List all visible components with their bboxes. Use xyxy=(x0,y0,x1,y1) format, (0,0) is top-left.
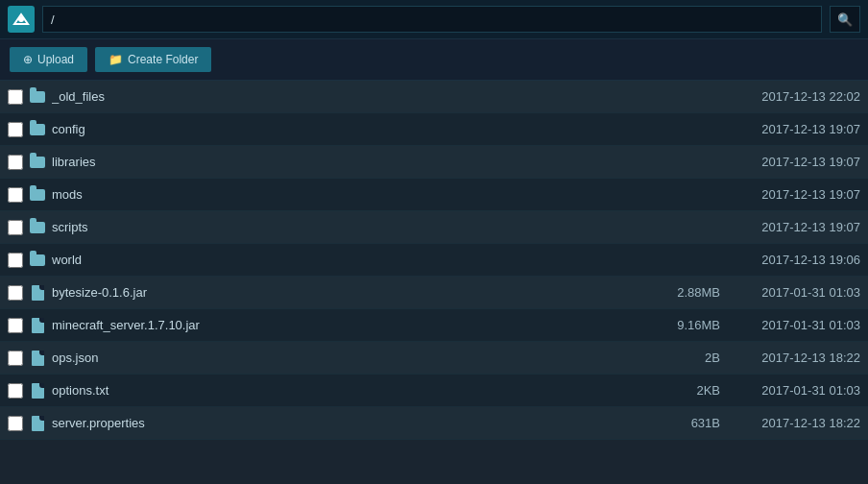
file-date: 2017-12-13 19:07 xyxy=(735,122,860,136)
row-checkbox[interactable] xyxy=(8,351,23,366)
search-icon: 🔍 xyxy=(837,12,853,27)
table-row[interactable]: ops.json 2B 2017-12-13 18:22 xyxy=(0,342,868,375)
file-icon xyxy=(32,318,44,333)
row-checkbox[interactable] xyxy=(8,89,23,105)
create-folder-icon: 📁 xyxy=(108,53,123,66)
file-date: 2017-12-13 19:07 xyxy=(735,155,860,169)
table-row[interactable]: world 2017-12-13 19:06 xyxy=(0,244,868,277)
file-date: 2017-12-13 22:02 xyxy=(735,89,860,104)
svg-point-0 xyxy=(18,16,24,22)
folder-icon xyxy=(30,157,45,168)
row-checkbox[interactable] xyxy=(8,155,23,170)
table-row[interactable]: minecraft_server.1.7.10.jar 9.16MB 2017-… xyxy=(0,309,868,342)
file-name: bytesize-0.1.6.jar xyxy=(52,285,643,300)
file-date: 2017-01-31 01:03 xyxy=(735,318,860,332)
upload-button[interactable]: ⊕ Upload xyxy=(10,47,87,72)
create-folder-button[interactable]: 📁 Create Folder xyxy=(95,47,211,72)
file-date: 2017-12-13 18:22 xyxy=(735,351,860,365)
type-icon xyxy=(29,317,46,334)
row-checkbox[interactable] xyxy=(8,220,23,235)
file-icon xyxy=(32,351,44,366)
file-name: scripts xyxy=(52,220,643,234)
type-icon xyxy=(29,284,46,302)
upload-icon: ⊕ xyxy=(23,53,33,66)
toolbar: ⊕ Upload 📁 Create Folder xyxy=(0,39,868,81)
file-date: 2017-12-13 19:07 xyxy=(735,187,860,202)
file-name: server.properties xyxy=(52,416,643,430)
file-icon xyxy=(32,285,44,301)
table-row[interactable]: _old_files 2017-12-13 22:02 xyxy=(0,81,868,113)
table-row[interactable]: mods 2017-12-13 19:07 xyxy=(0,179,868,211)
row-checkbox[interactable] xyxy=(8,285,23,301)
row-checkbox[interactable] xyxy=(8,318,23,333)
file-name: world xyxy=(52,253,643,267)
row-checkbox[interactable] xyxy=(8,383,23,399)
type-icon xyxy=(29,382,46,399)
file-date: 2017-12-13 19:06 xyxy=(735,253,860,267)
create-folder-label: Create Folder xyxy=(128,53,198,66)
type-icon xyxy=(29,154,46,171)
file-name: _old_files xyxy=(52,89,643,104)
file-name: ops.json xyxy=(52,351,643,365)
type-icon xyxy=(29,252,46,269)
type-icon xyxy=(29,219,46,236)
file-name: libraries xyxy=(52,155,643,169)
file-date: 2017-12-13 19:07 xyxy=(735,220,860,234)
file-date: 2017-01-31 01:03 xyxy=(735,285,860,300)
row-checkbox[interactable] xyxy=(8,122,23,137)
file-name: minecraft_server.1.7.10.jar xyxy=(52,318,643,332)
type-icon xyxy=(29,186,46,204)
path-input[interactable] xyxy=(42,6,822,33)
type-icon xyxy=(29,88,46,106)
file-size: 9.16MB xyxy=(643,318,720,332)
folder-icon xyxy=(30,189,45,201)
upload-label: Upload xyxy=(37,53,74,66)
file-icon xyxy=(32,416,44,431)
file-size: 2B xyxy=(643,351,720,365)
file-size: 2KB xyxy=(643,383,720,398)
header-bar: 🔍 xyxy=(0,0,868,39)
table-row[interactable]: config 2017-12-13 19:07 xyxy=(0,113,868,146)
row-checkbox[interactable] xyxy=(8,253,23,268)
table-row[interactable]: scripts 2017-12-13 19:07 xyxy=(0,211,868,244)
folder-icon xyxy=(30,222,45,233)
row-checkbox[interactable] xyxy=(8,416,23,431)
file-icon xyxy=(32,383,44,399)
folder-icon xyxy=(30,124,45,135)
file-size: 631B xyxy=(643,416,720,430)
row-checkbox[interactable] xyxy=(8,187,23,203)
folder-icon xyxy=(30,254,45,266)
type-icon xyxy=(29,415,46,432)
logo-icon xyxy=(8,6,35,33)
table-row[interactable]: options.txt 2KB 2017-01-31 01:03 xyxy=(0,375,868,407)
search-button[interactable]: 🔍 xyxy=(830,6,860,33)
file-name: mods xyxy=(52,187,643,202)
file-name: config xyxy=(52,122,643,136)
table-row[interactable]: libraries 2017-12-13 19:07 xyxy=(0,146,868,179)
type-icon xyxy=(29,350,46,367)
folder-icon xyxy=(30,91,45,103)
file-name: options.txt xyxy=(52,383,643,398)
file-size: 2.88MB xyxy=(643,285,720,300)
table-row[interactable]: server.properties 631B 2017-12-13 18:22 xyxy=(0,407,868,440)
type-icon xyxy=(29,121,46,138)
file-list: _old_files 2017-12-13 22:02 config 2017-… xyxy=(0,81,868,440)
table-row[interactable]: bytesize-0.1.6.jar 2.88MB 2017-01-31 01:… xyxy=(0,277,868,309)
file-date: 2017-12-13 18:22 xyxy=(735,416,860,430)
file-date: 2017-01-31 01:03 xyxy=(735,383,860,398)
